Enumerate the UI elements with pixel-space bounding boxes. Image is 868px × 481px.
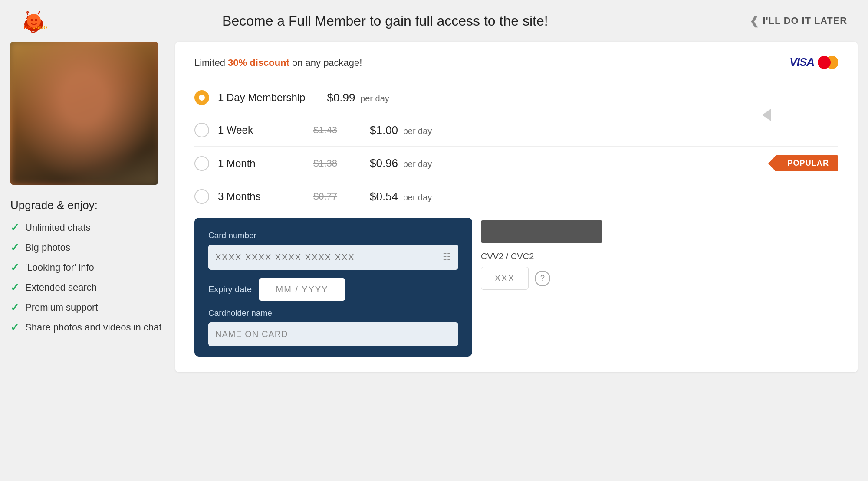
- cvv-section: CVV2 / CVC2 XXX ?: [481, 218, 602, 357]
- check-icon: ✓: [10, 301, 19, 314]
- visa-logo: VISA: [789, 56, 814, 69]
- check-icon: ✓: [10, 281, 19, 294]
- check-icon: ✓: [10, 242, 19, 254]
- expiry-row: Expiry date MM / YYYY: [208, 278, 458, 301]
- benefit-label: Unlimited chats: [25, 222, 90, 233]
- radio-1month[interactable]: [194, 156, 209, 171]
- plan-old-price-3months: $0.77: [313, 191, 348, 202]
- plan-perday-1week: per day: [401, 126, 432, 136]
- plan-old-price-1week: $1.43: [313, 124, 348, 136]
- page-title: Become a Full Member to gain full access…: [21, 13, 750, 29]
- plan-perday-3months: per day: [401, 193, 432, 202]
- benefit-list: ✓ Unlimited chats ✓ Big photos ✓ 'Lookin…: [10, 222, 162, 334]
- plan-name-1month: 1 Month: [218, 157, 305, 170]
- benefit-big-photos: ✓ Big photos: [10, 242, 162, 254]
- help-icon[interactable]: ?: [535, 271, 550, 286]
- benefit-label: Big photos: [25, 242, 70, 253]
- discount-banner: Limited 30% discount on any package!: [194, 57, 838, 69]
- discount-suffix: on any package!: [289, 57, 362, 68]
- cardholder-label: Cardholder name: [208, 308, 458, 318]
- card-number-input[interactable]: [215, 252, 443, 262]
- plan-perday-1day: per day: [358, 94, 389, 103]
- plan-option-1month[interactable]: 1 Month $1.38 $0.96 per day POPULAR: [194, 147, 838, 180]
- card-number-field[interactable]: ☷: [208, 245, 458, 270]
- benefit-looking-for: ✓ 'Looking for' info: [10, 262, 162, 274]
- upgrade-title: Upgrade & enjoy:: [10, 199, 162, 212]
- right-panel: VISA Limited 30% discount on any package…: [175, 42, 858, 372]
- card-icon: ☷: [443, 252, 451, 263]
- check-icon: ✓: [10, 222, 19, 234]
- cvv-field[interactable]: XXX: [481, 267, 529, 290]
- check-icon: ✓: [10, 321, 19, 334]
- plan-name-1week: 1 Week: [218, 124, 305, 136]
- plan-name-3months: 3 Months: [218, 190, 305, 203]
- benefit-label: Premium support: [25, 302, 98, 313]
- mastercard-red-circle: [818, 56, 831, 69]
- discount-highlight: 30% discount: [228, 57, 289, 68]
- upgrade-section: Upgrade & enjoy: ✓ Unlimited chats ✓ Big…: [10, 199, 162, 334]
- header: BE NAUGHTY Become a Full Member to gain …: [0, 0, 868, 42]
- later-button[interactable]: ❮ I'LL DO IT LATER: [750, 14, 847, 28]
- popular-badge: POPULAR: [775, 155, 838, 171]
- radio-3months[interactable]: [194, 189, 209, 204]
- cardholder-field[interactable]: NAME ON CARD: [208, 322, 458, 346]
- payment-logos: VISA: [789, 56, 838, 69]
- plan-options: 1 Day Membership $0.99 per day 1 Week $1…: [194, 82, 838, 213]
- payment-form: Card number ☷ Expiry date MM / YYYY Card…: [194, 218, 838, 357]
- cvv-label: CVV2 / CVC2: [481, 252, 602, 262]
- benefit-label: 'Looking for' info: [25, 262, 94, 273]
- cardholder-section: Cardholder name NAME ON CARD: [208, 308, 458, 346]
- discount-prefix: Limited: [194, 57, 228, 68]
- benefit-label: Share photos and videos in chat: [25, 322, 161, 333]
- plan-perday-1month: per day: [401, 159, 432, 169]
- profile-image: [10, 42, 158, 185]
- profile-image-blur: [10, 42, 158, 185]
- cvv-row: XXX ?: [481, 267, 602, 290]
- plan-option-3months[interactable]: 3 Months $0.77 $0.54 per day: [194, 180, 838, 213]
- later-button-label: I'LL DO IT LATER: [763, 15, 847, 26]
- plan-price-1month: $0.96 per day: [370, 157, 432, 170]
- left-panel: Upgrade & enjoy: ✓ Unlimited chats ✓ Big…: [10, 42, 175, 372]
- expiry-field[interactable]: MM / YYYY: [259, 278, 345, 301]
- plan-name-1day: 1 Day Membership: [218, 92, 305, 104]
- plan-old-price-1month: $1.38: [313, 158, 348, 169]
- plan-price-1day: $0.99 per day: [327, 91, 389, 105]
- chevron-left-icon: ❮: [750, 14, 760, 28]
- radio-1week[interactable]: [194, 123, 209, 137]
- main-content: Upgrade & enjoy: ✓ Unlimited chats ✓ Big…: [0, 42, 868, 372]
- mastercard-logo: [818, 56, 838, 69]
- benefit-premium-support: ✓ Premium support: [10, 301, 162, 314]
- plan-price-1week: $1.00 per day: [370, 124, 432, 137]
- check-icon: ✓: [10, 262, 19, 274]
- card-form-section: Card number ☷ Expiry date MM / YYYY Card…: [194, 218, 472, 357]
- benefit-share-photos: ✓ Share photos and videos in chat: [10, 321, 162, 334]
- expiry-label: Expiry date: [208, 285, 252, 294]
- radio-1day[interactable]: [194, 90, 209, 105]
- gray-bar: [481, 220, 602, 243]
- card-number-label: Card number: [208, 231, 458, 240]
- plan-option-1week[interactable]: 1 Week $1.43 $1.00 per day: [194, 114, 838, 147]
- plan-option-1day[interactable]: 1 Day Membership $0.99 per day: [194, 82, 838, 114]
- plan-price-3months: $0.54 per day: [370, 190, 432, 203]
- benefit-extended-search: ✓ Extended search: [10, 281, 162, 294]
- benefit-unlimited-chats: ✓ Unlimited chats: [10, 222, 162, 234]
- arrow-indicator: [762, 109, 771, 121]
- benefit-label: Extended search: [25, 282, 97, 293]
